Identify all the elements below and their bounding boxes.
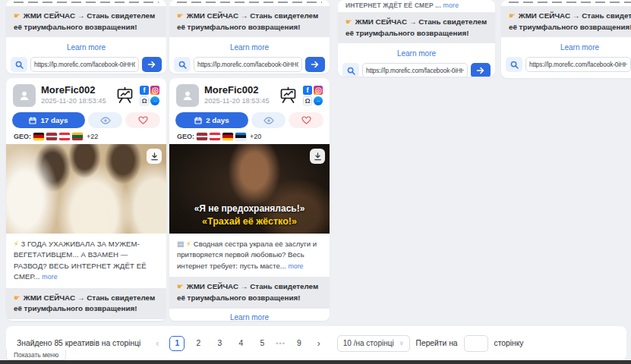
goto-page-suffix: сторінку [494, 339, 524, 347]
favorite-button[interactable] [289, 112, 323, 128]
page-size-select[interactable]: 10 /на сторінці ∨ [337, 335, 410, 352]
learn-more-link[interactable]: Learn more [6, 43, 166, 52]
ad-body-text: Сводная сестра украла её заслуги и притв… [169, 234, 330, 275]
page-button-last[interactable]: 9 [292, 336, 307, 351]
goto-page-input[interactable] [464, 335, 488, 352]
ad-headline: ЖМИ СЕЙЧАС → Стань свидетелем её триумфа… [6, 288, 166, 319]
truncated-ad-text: ИНТЕРНЕТ ЖДЁТ ЕЁ СМЕР ... more [338, 0, 495, 9]
advertiser-avatar [176, 84, 199, 107]
learn-more-link[interactable]: Learn more [338, 49, 495, 58]
pointing-finger-icon [345, 17, 355, 26]
overlay-line-2: «Трахай её жёстко!» [169, 215, 330, 228]
ad-headline: ЖМИ СЕЙЧАС → Стань свидетелем её триумфа… [6, 6, 166, 37]
ad-headline: ЖМИ СЕЙЧАС → Стань свидетелем её триумфа… [169, 6, 330, 37]
lightning-icon [14, 240, 21, 248]
more-link[interactable]: more [443, 2, 459, 9]
landing-url-input[interactable] [194, 57, 302, 72]
analytics-board-icon[interactable] [279, 86, 298, 107]
messenger-icon [150, 96, 159, 105]
pagination-ellipsis[interactable]: ••• [276, 340, 285, 347]
views-button[interactable] [251, 112, 286, 128]
flag-at-icon [210, 133, 220, 140]
more-link[interactable]: more [42, 273, 57, 281]
creative-card-partial-1: ЖМИ СЕЙЧАС → Стань свидетелем её триумфа… [6, 0, 166, 74]
flag-ee-icon [235, 133, 246, 140]
prev-page-button[interactable]: ‹ [151, 338, 163, 349]
advertiser-name[interactable]: MoreFic002 [204, 84, 273, 96]
page-button-1[interactable]: 1 [169, 336, 185, 351]
lightning-icon [186, 240, 194, 248]
image-text-overlay: «Я не предохранялась!» «Трахай её жёстко… [169, 203, 330, 228]
audience-network-icon: Ω [303, 96, 312, 105]
ad-headline: ЖМИ СЕЙЧАС → Стань свидетелем её триумфа… [501, 6, 631, 37]
pointing-finger-icon [14, 11, 24, 20]
placements-grid: f Ω [140, 86, 159, 105]
goto-page-label: Перейти на [416, 339, 458, 347]
pointing-finger-icon [177, 11, 187, 20]
open-url-button[interactable] [471, 63, 491, 77]
placements-grid: f Ω [303, 86, 323, 105]
download-image-button[interactable] [147, 149, 162, 164]
search-icon[interactable] [174, 57, 191, 72]
page-button-2[interactable]: 2 [191, 336, 206, 351]
pagination-bar: Знайдено 85 креативів на сторінці ‹ 1 2 … [6, 326, 626, 360]
more-link[interactable]: more [288, 262, 303, 270]
advertiser-header: MoreFic002 2025-11-20 18:53:45 f Ω [6, 78, 166, 110]
open-url-button[interactable] [305, 57, 325, 72]
learn-more-link[interactable]: Learn more [501, 43, 631, 52]
chevron-down-icon: ∨ [399, 340, 404, 347]
creative-card-partial-4: ЖМИ СЕЙЧАС → Стань свидетелем её триумфа… [501, 0, 631, 78]
learn-more-link[interactable]: Learn more [169, 313, 330, 321]
flag-at-icon [59, 133, 70, 140]
page-button-3[interactable]: 3 [212, 336, 227, 351]
landing-url-input[interactable] [362, 63, 468, 77]
search-icon[interactable] [11, 57, 27, 72]
overlay-line-1: «Я не предохранялась!» [169, 203, 330, 215]
creative-image-wedding[interactable] [6, 144, 166, 234]
results-count-text: Знайдено 85 креативів на сторінці [17, 339, 140, 347]
geo-label: GEO: [14, 133, 31, 140]
pointing-finger-icon [177, 282, 187, 290]
days-active-button[interactable]: 2 days [175, 112, 248, 128]
analytics-board-icon[interactable] [115, 86, 134, 107]
ad-headline: ЖМИ СЕЙЧАС → Стань свидетелем её триумфа… [169, 277, 330, 308]
advertiser-name[interactable]: MoreFic002 [41, 84, 110, 96]
page-button-5[interactable]: 5 [254, 336, 270, 351]
flag-de-icon [33, 133, 44, 140]
page-size-value: 10 /на сторінці [343, 339, 394, 347]
geo-label: GEO: [177, 133, 194, 140]
geo-more-count[interactable]: +22 [87, 133, 98, 140]
landing-url-row [6, 57, 166, 74]
landing-url-input[interactable] [525, 57, 631, 72]
next-page-button[interactable]: › [313, 338, 325, 349]
geo-flags [197, 133, 246, 140]
messenger-icon [314, 96, 323, 105]
geo-row: GEO: +20 [169, 128, 330, 143]
advertiser-header: MoreFic002 2025-11-20 18:53:45 f Ω [169, 78, 330, 110]
search-icon[interactable] [506, 57, 522, 72]
creative-card-1: MoreFic002 2025-11-20 18:53:45 f Ω 17 da… [6, 78, 166, 321]
ad-body-text: 3 ГОДА УХАЖИВАЛА ЗА МУЖЕМ-ВЕГЕТАТИВЦЕМ..… [6, 234, 166, 286]
days-active-button[interactable]: 17 days [12, 112, 85, 128]
clipped-text-line [14, 2, 159, 3]
creative-image-glass[interactable]: «Я не предохранялась!» «Трахай её жёстко… [169, 144, 330, 234]
favorite-button[interactable] [125, 112, 160, 128]
advertiser-avatar [13, 84, 36, 107]
audience-network-icon: Ω [140, 96, 149, 105]
learn-more-link[interactable]: Learn more [169, 43, 330, 52]
views-button[interactable] [88, 112, 123, 128]
download-image-button[interactable] [310, 149, 325, 164]
flag-de-icon [222, 133, 233, 140]
creative-card-partial-2: ЖМИ СЕЙЧАС → Стань свидетелем её триумфа… [169, 0, 330, 74]
instagram-icon [150, 86, 159, 95]
open-url-button[interactable] [142, 57, 162, 72]
clipped-text-line [177, 2, 322, 3]
geo-more-count[interactable]: +20 [250, 133, 261, 140]
search-icon[interactable] [342, 63, 359, 77]
show-menu-toggle[interactable]: Показать меню [6, 350, 66, 360]
facebook-icon: f [140, 86, 149, 95]
landing-url-row [501, 57, 631, 77]
landing-url-input[interactable] [30, 57, 139, 72]
page-button-4[interactable]: 4 [233, 336, 248, 351]
pointing-finger-icon [509, 11, 519, 20]
